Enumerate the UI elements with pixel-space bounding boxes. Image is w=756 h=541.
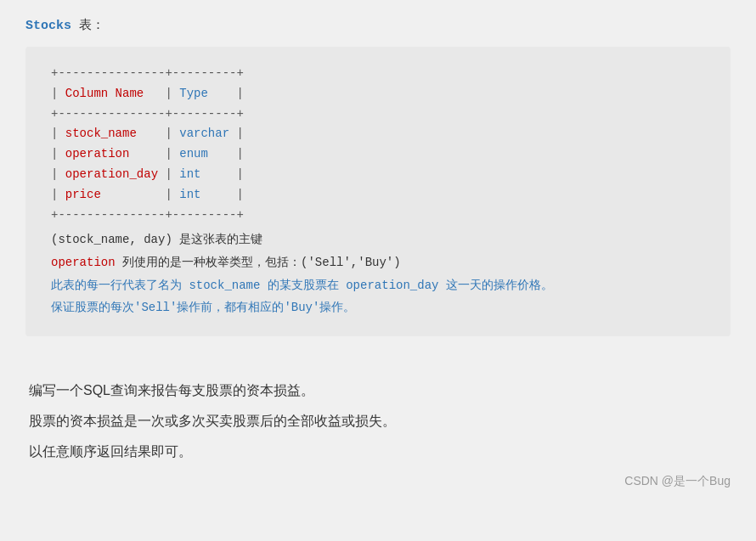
intro-text: Stocks 表： [25, 17, 731, 33]
header-row: | Column Name | Type | [51, 84, 705, 104]
footer-brand: CSDN @是一个Bug [624, 474, 731, 489]
row-operation: | operation | enum | [51, 144, 705, 165]
intro-suffix: 表： [71, 19, 104, 33]
row-operation-day: | operation_day | int | [51, 165, 705, 185]
question-block: 编写一个SQL查询来报告每支股票的资本损益。 股票的资本损益是一次或多次买卖股票… [25, 377, 731, 465]
border-bottom: +---------------+---------+ [51, 206, 705, 226]
section-gap [25, 352, 731, 377]
question-line3: 以任意顺序返回结果即可。 [29, 438, 727, 465]
footer: CSDN @是一个Bug [25, 474, 731, 489]
question-line2: 股票的资本损益是一次或多次买卖股票后的全部收益或损失。 [29, 408, 727, 435]
page-container: Stocks 表： +---------------+---------+ | … [25, 17, 731, 489]
desc-line2: operation 列使用的是一种枚举类型，包括：('Sell','Buy') [51, 251, 705, 274]
desc-line1: (stock_name, day) 是这张表的主键 [51, 228, 705, 251]
desc-line4: 保证股票的每次'Sell'操作前，都有相应的'Buy'操作。 [51, 296, 705, 319]
border-mid: +---------------+---------+ [51, 104, 705, 125]
desc-line3: 此表的每一行代表了名为 stock_name 的某支股票在 operation_… [51, 274, 705, 297]
header-col1: Column Name [65, 87, 144, 100]
header-col2: Type [179, 87, 208, 100]
table-block: +---------------+---------+ | Column Nam… [25, 47, 731, 336]
row-stock-name: | stock_name | varchar | [51, 124, 705, 144]
question-line1: 编写一个SQL查询来报告每支股票的资本损益。 [29, 377, 727, 404]
table-name-keyword: Stocks [25, 19, 71, 33]
row-price: | price | int | [51, 185, 705, 206]
border-top: +---------------+---------+ [51, 64, 705, 84]
